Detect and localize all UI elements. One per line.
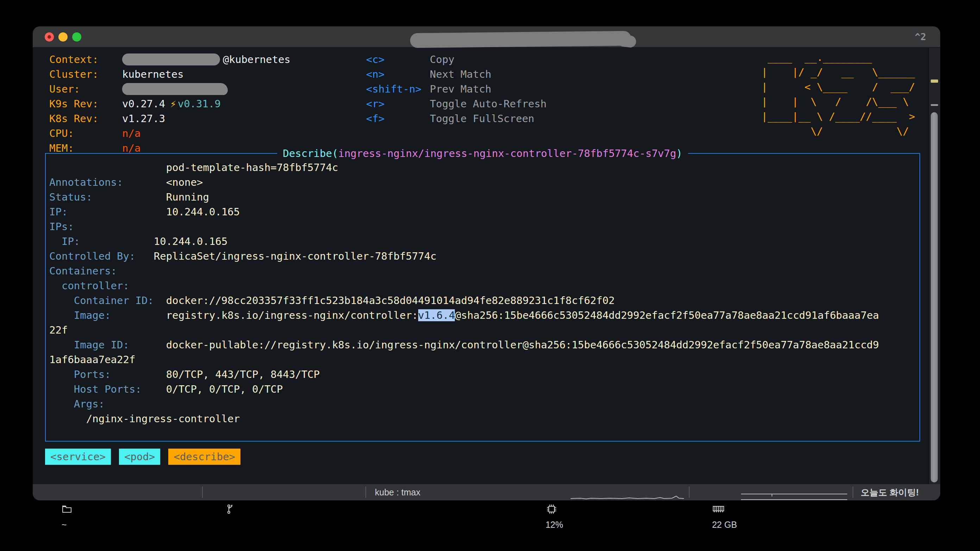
selection-highlight: v1.6.4: [418, 309, 455, 321]
redacted-value: [122, 83, 228, 95]
describe-value: registry.k8s.io/ingress-nginx/controller…: [111, 309, 418, 321]
minimize-button[interactable]: [59, 32, 68, 41]
pane-indicator: ^2: [915, 26, 926, 48]
title-prefix: Describe(: [283, 148, 338, 159]
memory-graph: [741, 488, 847, 504]
info-value: v1.27.3: [122, 111, 165, 126]
info-row: K9s Rev:v0.27.4⚡v0.31.9: [49, 97, 290, 111]
describe-key: IPs:: [49, 221, 74, 233]
describe-line: IPs:: [49, 219, 917, 234]
cpu-percent: 12%: [546, 520, 563, 530]
hotkey-row: <n>Next Match: [366, 67, 547, 82]
scrollbar[interactable]: [929, 48, 940, 484]
describe-value: 1af6baaa7ea22f: [49, 354, 135, 365]
hotkey-key: <n>: [366, 67, 430, 82]
info-value: @kubernetes: [122, 52, 290, 67]
redacted-value: [122, 54, 220, 65]
describe-value: ReplicaSet/ingress-nginx-controller-78fb…: [135, 250, 436, 262]
hotkey-row: <c>Copy: [366, 52, 547, 67]
describe-line: Container ID: docker://98cc203357f33ff1c…: [49, 293, 917, 308]
memory-value: 22 GB: [712, 520, 737, 530]
divider: [202, 487, 203, 498]
describe-key: Status:: [49, 191, 92, 203]
describe-value: 0/TCP, 0/TCP, 0/TCP: [142, 383, 283, 395]
hotkey-row: <shift-n>Prev Match: [366, 82, 547, 97]
describe-line: pod-template-hash=78fbf5774c: [49, 160, 917, 175]
titlebar-redaction: [410, 31, 631, 48]
terminal-window: ^2 Context:@kubernetesCluster:kubernetes…: [33, 26, 940, 500]
crumb-describe[interactable]: <describe>: [168, 449, 240, 465]
describe-line: Image: registry.k8s.io/ingress-nginx/con…: [49, 308, 917, 322]
divider: [365, 487, 366, 498]
scrollbar-thumb[interactable]: [931, 112, 938, 483]
session-name: kube : tmax: [375, 484, 420, 500]
hotkey-desc: Toggle FullScreen: [430, 111, 535, 126]
divider: [853, 487, 853, 498]
describe-key: controller:: [49, 280, 129, 292]
divider: [689, 487, 690, 498]
memory-segment: 22 GB: [697, 484, 737, 500]
describe-value: @sha256:15be4666c53052484dd2992efacf2f50…: [455, 309, 879, 321]
info-value: v0.27.4⚡v0.31.9: [122, 97, 221, 111]
cpu-icon: [546, 500, 558, 516]
hotkey-desc: Copy: [430, 52, 455, 67]
memory-icon: [712, 500, 725, 516]
describe-value: 10.244.0.165: [80, 235, 228, 247]
info-label: K9s Rev:: [49, 97, 122, 111]
describe-line: Image ID: docker-pullable://registry.k8s…: [49, 337, 917, 352]
info-row: CPU:n/a: [49, 126, 290, 141]
hotkey-row: <r>Toggle Auto-Refresh: [366, 97, 547, 111]
describe-value: 22f: [49, 324, 68, 336]
maximize-button[interactable]: [72, 32, 81, 41]
hotkey-key: <r>: [366, 97, 430, 111]
info-label: K8s Rev:: [49, 111, 122, 126]
hotkeys: <c>Copy<n>Next Match<shift-n>Prev Match<…: [366, 52, 547, 126]
info-value-text: v0.27.4: [122, 97, 165, 111]
info-value-text: n/a: [122, 126, 140, 141]
describe-value: /nginx-ingress-controller: [49, 413, 240, 425]
info-row: K8s Rev:v1.27.3: [49, 111, 290, 126]
describe-key: Host Ports:: [49, 383, 142, 395]
hotkey-row: <f>Toggle FullScreen: [366, 111, 547, 126]
hotkey-key: <c>: [366, 52, 430, 67]
folder-icon: [62, 500, 72, 516]
cwd: ~: [62, 520, 67, 530]
close-button[interactable]: [45, 32, 54, 41]
info-value-text: v1.27.3: [122, 111, 165, 126]
info-row: User:: [49, 82, 290, 97]
git-segment: [212, 484, 234, 500]
describe-value: docker-pullable://registry.k8s.io/ingres…: [129, 339, 879, 351]
info-value: kubernetes: [122, 67, 184, 82]
crumb-service[interactable]: <service>: [45, 449, 111, 465]
breadcrumb: <service><pod><describe>: [45, 449, 240, 465]
traffic-lights: [45, 32, 81, 41]
describe-key: Args:: [49, 398, 105, 410]
info-value: [122, 82, 231, 97]
describe-line: IP: 10.244.0.165: [49, 205, 917, 219]
crumb-pod[interactable]: <pod>: [119, 449, 160, 465]
describe-panel: Describe(ingress-nginx/ingress-nginx-con…: [45, 153, 920, 441]
status-message: 오늘도 화이팅!: [861, 484, 919, 500]
statusbar: ~ kube : tmax 12% 22 GB 오늘도 화이팅!: [33, 484, 940, 500]
describe-line: Containers:: [49, 264, 917, 278]
k9s-upgrade-version: v0.31.9: [178, 97, 221, 111]
info-row: Cluster:kubernetes: [49, 67, 290, 82]
describe-line: 1af6baaa7ea22f: [49, 352, 917, 367]
info-label: Cluster:: [49, 67, 122, 82]
describe-line: Controlled By: ReplicaSet/ingress-nginx-…: [49, 249, 917, 264]
describe-output[interactable]: pod-template-hash=78fbf5774cAnnotations:…: [49, 160, 917, 439]
describe-key: Image:: [49, 309, 111, 321]
titlebar[interactable]: ^2: [33, 26, 940, 48]
git-branch-icon: [226, 500, 234, 516]
hotkey-desc: Next Match: [430, 67, 492, 82]
info-label: CPU:: [49, 126, 122, 141]
describe-key: Annotations:: [49, 176, 123, 188]
k9s-logo: ____ __.________ | |/ _/ __ \______ | < …: [761, 50, 915, 139]
info-value: n/a: [122, 126, 140, 141]
describe-value: Running: [92, 191, 209, 203]
describe-line: 22f: [49, 322, 917, 337]
describe-line: Args:: [49, 397, 917, 411]
describe-value: <none>: [123, 176, 203, 188]
describe-key: IP:: [49, 235, 80, 247]
hotkey-key: <shift-n>: [366, 82, 430, 97]
